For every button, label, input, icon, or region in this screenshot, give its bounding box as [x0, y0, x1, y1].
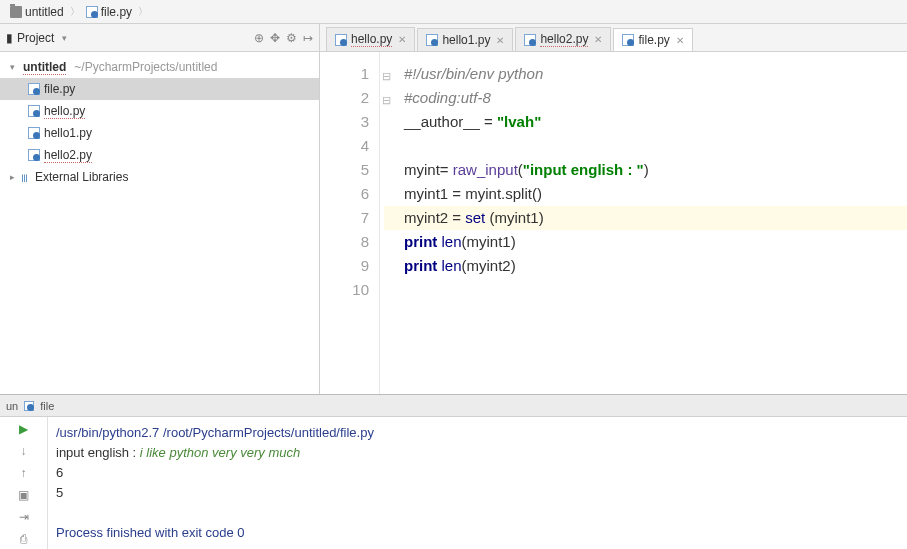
breadcrumb-item[interactable]: untitled — [6, 5, 68, 19]
breadcrumb-label: file.py — [101, 5, 132, 19]
run-output[interactable]: /usr/bin/python2.7 /root/PycharmProjects… — [48, 417, 907, 549]
chevron-right-icon: 〉 — [138, 5, 148, 19]
run-tool-header: un file — [0, 395, 907, 417]
tab-label: hello1.py — [442, 33, 490, 47]
project-file[interactable]: hello2.py — [0, 144, 319, 166]
tab-label: file.py — [638, 33, 669, 47]
python-file-icon — [622, 34, 634, 46]
rerun-button[interactable]: ▶ — [16, 421, 32, 437]
run-output-line: 5 — [56, 483, 899, 503]
project-name: untitled — [23, 60, 66, 75]
python-file-icon — [28, 105, 40, 117]
project-path: ~/PycharmProjects/untitled — [74, 60, 217, 74]
expand-icon[interactable]: ▸ — [10, 172, 15, 182]
folder-icon — [10, 6, 22, 18]
tab-label: hello.py — [351, 32, 392, 47]
code-content[interactable]: ⊟⊟ #!/usr/bin/env python#coding:utf-8__a… — [380, 52, 907, 394]
code-line[interactable] — [384, 278, 907, 302]
close-tab-icon[interactable]: ✕ — [496, 35, 504, 46]
python-file-icon — [524, 34, 536, 46]
project-file[interactable]: file.py — [0, 78, 319, 100]
close-tab-icon[interactable]: ✕ — [594, 34, 602, 45]
python-file-icon — [426, 34, 438, 46]
code-line[interactable]: myint2 = set (myint1) — [384, 206, 907, 230]
editor-tab[interactable]: file.py✕ — [613, 28, 692, 51]
editor-tabs: hello.py✕hello1.py✕hello2.py✕file.py✕ — [320, 24, 907, 52]
print-button[interactable]: ⎙ — [16, 531, 32, 547]
code-line[interactable]: __author__ = "lvah" — [384, 110, 907, 134]
code-line[interactable]: print len(myint1) — [384, 230, 907, 254]
libraries-icon: ⫼ — [19, 171, 31, 184]
file-name: hello1.py — [44, 126, 92, 140]
file-name: hello2.py — [44, 148, 92, 163]
code-line[interactable]: #coding:utf-8 — [384, 86, 907, 110]
collapse-icon[interactable]: ✥ — [270, 31, 280, 45]
code-line[interactable] — [384, 134, 907, 158]
run-command: /usr/bin/python2.7 /root/PycharmProjects… — [56, 423, 899, 443]
editor-tab[interactable]: hello.py✕ — [326, 27, 415, 51]
file-name: hello.py — [44, 104, 85, 119]
project-sidebar: ▮ Project ▾ ⊕ ✥ ⚙ ↦ ▾ untitled ~/Pycharm… — [0, 24, 320, 394]
locate-icon[interactable]: ⊕ — [254, 31, 264, 45]
settings-icon[interactable]: ⚙ — [286, 31, 297, 45]
python-file-icon — [335, 34, 347, 46]
external-libraries-label: External Libraries — [35, 170, 128, 184]
code-line[interactable]: print len(myint2) — [384, 254, 907, 278]
python-file-icon — [28, 83, 40, 95]
project-tool-icon: ▮ — [6, 31, 13, 45]
run-line: input english : i like python very very … — [56, 443, 899, 463]
project-tool-title[interactable]: Project — [17, 31, 54, 45]
breadcrumb-bar: untitled 〉 file.py 〉 — [0, 0, 907, 24]
hide-icon[interactable]: ↦ — [303, 31, 313, 45]
line-number-gutter: 12345678910 — [320, 52, 380, 394]
run-exit-message: Process finished with exit code 0 — [56, 523, 899, 543]
code-line[interactable]: myint1 = myint.split() — [384, 182, 907, 206]
run-tab-label[interactable]: file — [40, 400, 54, 412]
code-editor[interactable]: 12345678910 ⊟⊟ #!/usr/bin/env python#cod… — [320, 52, 907, 394]
python-file-icon — [28, 149, 40, 161]
python-file-icon — [24, 401, 34, 411]
external-libraries[interactable]: ▸ ⫼ External Libraries — [0, 166, 319, 188]
code-line[interactable]: myint= raw_input("input english : ") — [384, 158, 907, 182]
project-file[interactable]: hello.py — [0, 100, 319, 122]
stop-button[interactable]: ↓ — [16, 443, 32, 459]
close-tab-icon[interactable]: ✕ — [676, 35, 684, 46]
python-file-icon — [28, 127, 40, 139]
editor-tab[interactable]: hello1.py✕ — [417, 28, 513, 51]
project-tool-header: ▮ Project ▾ ⊕ ✥ ⚙ ↦ — [0, 24, 319, 52]
project-file[interactable]: hello1.py — [0, 122, 319, 144]
code-line[interactable]: #!/usr/bin/env python — [384, 62, 907, 86]
run-output-line: 6 — [56, 463, 899, 483]
run-tab-prefix[interactable]: un — [6, 400, 18, 412]
tab-label: hello2.py — [540, 32, 588, 47]
run-toolbar: ▶ ↓ ↑ ▣ ⇥ ⎙ — [0, 417, 48, 549]
chevron-right-icon: 〉 — [70, 5, 80, 19]
editor-tab[interactable]: hello2.py✕ — [515, 27, 611, 51]
expand-icon[interactable]: ▾ — [10, 62, 15, 72]
close-tab-icon[interactable]: ✕ — [398, 34, 406, 45]
project-tree: ▾ untitled ~/PycharmProjects/untitled fi… — [0, 52, 319, 394]
project-root[interactable]: ▾ untitled ~/PycharmProjects/untitled — [0, 56, 319, 78]
dropdown-icon[interactable]: ▾ — [62, 33, 67, 43]
run-tool-window: un file ▶ ↓ ↑ ▣ ⇥ ⎙ /usr/bin/python2.7 /… — [0, 394, 907, 549]
breadcrumb-label: untitled — [25, 5, 64, 19]
wrap-button[interactable]: ⇥ — [16, 509, 32, 525]
file-name: file.py — [44, 82, 75, 96]
fold-marker[interactable]: ⊟⊟ — [382, 64, 391, 112]
layout-button[interactable]: ▣ — [16, 487, 32, 503]
up-button[interactable]: ↑ — [16, 465, 32, 481]
editor-area: hello.py✕hello1.py✕hello2.py✕file.py✕ 12… — [320, 24, 907, 394]
python-file-icon — [86, 6, 98, 18]
breadcrumb-item[interactable]: file.py — [82, 5, 136, 19]
